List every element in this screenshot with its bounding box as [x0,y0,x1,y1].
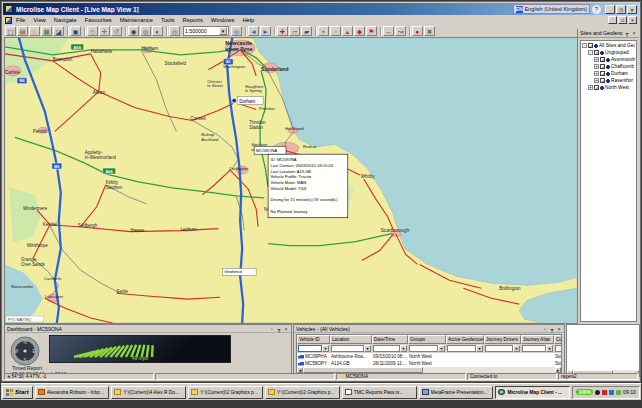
close-panel-icon[interactable]: × [556,326,562,332]
find-icon[interactable]: ◉ [128,26,139,36]
column-header-groups[interactable]: Groups [408,335,446,344]
language-indicator[interactable]: EN English (United Kingdom) [513,4,590,14]
filter-input-journey-alias[interactable] [522,345,546,352]
minimize-button[interactable]: _ [605,5,615,14]
menu-windows[interactable]: Windows [207,17,239,23]
column-header-journey-drivers[interactable]: Journey Drivers [484,335,521,344]
taskbar-task[interactable]: TMC Reports Pass.tx... [342,386,417,399]
tree-item-ungrouped[interactable]: -✓Ungrouped [582,49,635,56]
send-view-icon[interactable]: ◪ [53,26,64,36]
geofence-label[interactable]: Geofence [222,268,256,275]
expander-icon[interactable]: + [594,64,599,69]
expander-icon[interactable]: + [594,57,599,62]
sites-panel-title-bar[interactable]: Sites and Geofences ┳ × [578,29,639,38]
route-icon[interactable]: ↝ [395,26,406,36]
filter-input-location[interactable] [331,345,364,352]
checkbox[interactable]: ✓ [588,43,593,48]
checkbox[interactable]: ✓ [600,78,605,83]
menu-favourites[interactable]: Favourites [81,17,116,23]
show-vehicles-icon[interactable]: ▴ [342,26,353,36]
tree-item-all-sites-and-geofe[interactable]: -✓All Sites and Geofe [582,42,635,49]
vehicles-title-bar[interactable]: Vehicles - (All Vehicles) ▫ ┳ × [294,325,564,333]
menu-reports[interactable]: Reports [179,17,207,23]
title-bar[interactable]: Microlise Map Client - [Live Map View 1]… [3,3,639,15]
checkbox[interactable]: ✓ [594,50,599,55]
volume-icon[interactable] [595,390,600,395]
menu-tools[interactable]: Tools [157,17,179,23]
column-header-date-time[interactable]: Date/Time [372,335,408,344]
taskbar-task[interactable]: Microlise Map Client - ... [495,386,570,399]
map-scale-select[interactable]: 1:500000▼ [183,26,229,36]
mdi-child-icon[interactable] [5,17,12,24]
tray-app-icon[interactable] [602,390,607,395]
vehicle-marker-mc59ona[interactable]: MC59ONA [254,146,286,154]
column-header-active-geofences[interactable]: Active Geofences [446,335,484,344]
expander-icon[interactable]: - [588,50,593,55]
measure-icon[interactable]: ↔ [383,26,394,36]
close-button[interactable]: × [627,5,637,14]
expander-icon[interactable]: - [582,43,587,48]
close-panel-icon[interactable]: × [631,30,637,36]
close-panel-icon[interactable]: × [283,326,289,332]
taskbar-task[interactable]: Y:\(Current)\2 Graphics po... [265,386,340,399]
expander-icon[interactable]: + [594,78,599,83]
chevron-down-icon[interactable]: ▼ [219,27,227,35]
follow-vehicle-icon[interactable]: ◆ [354,26,365,36]
refresh-icon[interactable]: ↺ [111,26,122,36]
flag-icon[interactable]: ⚑ [366,26,377,36]
expander-icon[interactable]: + [588,85,593,90]
filter-dropdown-icon[interactable]: ▾ [438,345,445,352]
checkbox[interactable]: ✓ [600,71,605,76]
zoom-icon[interactable]: ◎ [169,26,180,36]
filter-input-current-status[interactable] [555,345,562,352]
contrast-icon[interactable]: ◐ [152,26,163,36]
mdi-minimize-button[interactable]: _ [608,16,617,24]
find-next-icon[interactable]: ◎ [140,26,151,36]
tree-item-raventhor[interactable]: +✓Raventhor [582,77,635,84]
select-icon[interactable]: ◇ [87,26,98,36]
checkbox[interactable]: ✓ [600,64,605,69]
pin-icon[interactable]: ┳ [549,326,555,332]
marker-icon[interactable]: ● [412,26,423,36]
zoom-next-icon[interactable]: ► [260,26,271,36]
taskbar-task[interactable]: Y:\(Current)\4 Alex R Do... [111,386,186,399]
zoom-scale-icon[interactable]: ◎ [231,26,242,36]
menu-view[interactable]: View [29,17,49,23]
show-labels-icon[interactable]: ▫ [330,26,341,36]
save-icon[interactable]: ▣ [70,26,81,36]
column-header-vehicle-id[interactable]: Vehicle ID [297,335,330,344]
column-header-location[interactable]: Location [330,335,372,344]
geofence-icon[interactable]: ▱ [289,26,300,36]
float-panel-icon[interactable]: ▫ [269,326,275,332]
add-site-icon[interactable]: ✚ [277,26,288,36]
pan-icon[interactable]: ✛ [99,26,110,36]
mdi-restore-button[interactable]: ❐ [618,16,627,24]
filter-input-journey-drivers[interactable] [485,345,513,352]
help-icon[interactable]: ? [592,5,601,14]
filter-input-groups[interactable] [409,345,438,352]
filter-dropdown-icon[interactable]: ▾ [400,345,407,352]
tray-network-icon[interactable] [609,390,614,395]
filter-dropdown-icon[interactable]: ▾ [513,345,520,352]
checkbox[interactable]: ✓ [594,85,599,90]
expander-icon[interactable]: + [594,71,599,76]
zoom-prev-icon[interactable]: ◄ [248,26,259,36]
menu-navigate[interactable]: Navigate [50,17,81,23]
filter-dropdown-icon[interactable]: ▾ [476,345,483,352]
filter-dropdown-icon[interactable]: ▾ [322,345,329,352]
menu-help[interactable]: Help [238,17,258,23]
filter-input-active-geofences[interactable] [447,345,476,352]
filter-dropdown-icon[interactable]: ▾ [364,345,371,352]
pin-icon[interactable]: ┳ [276,326,282,332]
tree-item-north-west[interactable]: +✓North West [582,84,635,91]
pin-icon[interactable]: ┳ [624,30,630,36]
draw-geofence-icon[interactable]: ▰ [301,26,312,36]
taskbar-task[interactable]: Y:\(Current)\2 Graphics po... [188,386,263,399]
alert-icon[interactable]: ⚠ [29,26,40,36]
vehicle-row-mc09pha[interactable]: MC09PHAAshbourne Roa...09/03/2010 08:...… [297,353,561,360]
start-button[interactable]: Start [2,386,33,399]
tree-item-durham[interactable]: +✓Durham [582,70,635,77]
map-detail-icon[interactable]: ▦ [41,26,52,36]
vehicle-row-mc58opy[interactable]: MC58OPYA134,GB26/11/2009 11:...North Wes… [297,360,561,367]
checkbox[interactable]: ✓ [600,57,605,62]
